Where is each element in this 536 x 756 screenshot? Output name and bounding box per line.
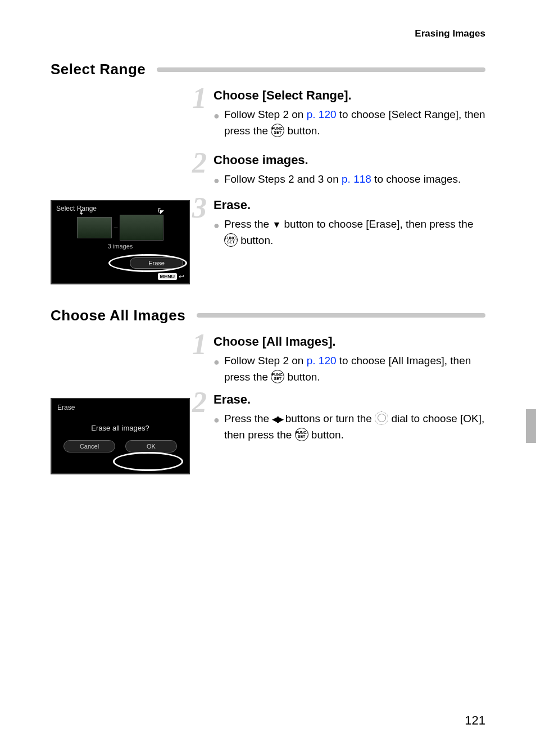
cam-title: Erase [52,399,189,414]
down-arrow-icon: ▼ [272,219,281,229]
return-icon: ↩ [179,273,184,280]
range-dash: – [114,224,118,232]
step-title: Choose [All Images]. [214,334,485,349]
heading-rule [197,313,485,318]
step-number: 2 [192,386,207,419]
step-number: 1 [192,82,207,115]
step-title: Erase. [214,198,485,212]
func-set-icon: FUNC.SET [295,428,308,441]
bullet-icon: ● [214,108,220,124]
bullet-icon: ● [214,413,220,428]
left-right-arrow-icon: ◀▶ [272,414,282,423]
camera-screenshot-select-range: Select Range 4 – 6 ◤ 3 images Erase MENU… [51,200,190,284]
step-number: 3 [192,191,207,224]
bullet-icon: ● [214,218,220,234]
func-set-icon: FUNC.SET [271,370,284,383]
cam-ok-button: OK [125,440,177,452]
control-dial-icon [375,411,388,425]
step-number: 1 [192,328,207,361]
section-heading-select-range: Select Range [51,61,146,78]
page-number: 121 [465,713,485,728]
section-heading-choose-all-images: Choose All Images [51,307,185,324]
cam-menu-badge: MENU [158,273,178,280]
cam-question: Erase all images? [52,414,189,440]
step-body: Press the ▼ button to choose [Erase], th… [224,216,485,249]
camera-screenshot-erase-all: Erase Erase all images? Cancel OK [51,398,190,474]
cam-thumb-left: 4 [77,217,112,238]
cam-erase-button: Erase [130,257,183,269]
bullet-icon: ● [214,173,220,189]
cam-thumb-number: 4 [80,210,83,216]
page-link[interactable]: p. 120 [307,108,337,120]
cam-cancel-button: Cancel [63,440,115,452]
step-body: Follow Step 2 on p. 120 to choose [All I… [224,352,485,386]
cam-count: 3 images [52,242,189,252]
page-link[interactable]: p. 118 [342,173,371,185]
page-link[interactable]: p. 120 [307,355,337,366]
heading-rule [157,67,485,72]
cam-thumb-tick: ◤ [160,209,164,215]
section-tab-indicator [526,409,536,443]
cam-title: Select Range [52,201,189,214]
step-title: Choose images. [214,153,485,168]
cam-thumb-right: 6 ◤ [120,215,163,241]
running-header: Erasing Images [415,28,485,39]
step-title: Erase. [214,392,485,407]
step-number: 2 [192,146,207,179]
step-body: Follow Step 2 on p. 120 to choose [Selec… [224,106,485,139]
func-set-icon: FUNC.SET [224,233,238,247]
step-body: Follow Steps 2 and 3 on p. 118 to choose… [224,171,485,187]
bullet-icon: ● [214,355,220,370]
func-set-icon: FUNC.SET [271,124,284,137]
step-body: Press the ◀▶ buttons or turn the dial to… [224,410,485,443]
step-title: Choose [Select Range]. [214,88,485,103]
